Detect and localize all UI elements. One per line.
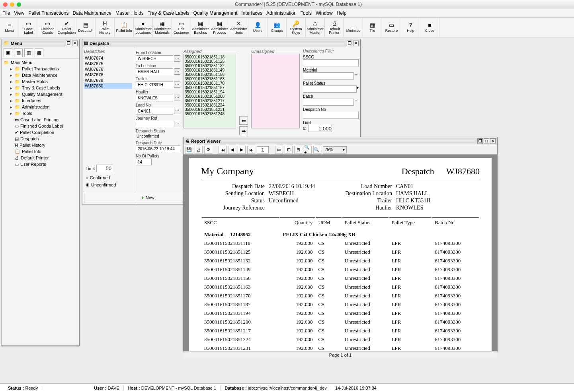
toolbar-administer-master[interactable]: ⚠Administer Master [306, 17, 325, 37]
menu-tools[interactable]: Tools [301, 10, 312, 16]
menu-window[interactable]: Window [316, 10, 333, 16]
menu-view[interactable]: View [14, 10, 24, 16]
date-value[interactable]: 2016-06-22 10:19:44 [136, 146, 180, 152]
expand-icon[interactable]: ▸ [9, 85, 13, 91]
assigned-item[interactable]: 350001615021851248 [185, 112, 235, 116]
actual-size-icon[interactable]: ▭ [275, 146, 283, 154]
reload-icon[interactable]: ⟳ [204, 146, 212, 154]
menu-tray-case-labels[interactable]: Tray & Case Labels [148, 10, 189, 16]
close-icon[interactable] [3, 2, 8, 7]
tree-btn-4[interactable]: ▦ [35, 49, 43, 57]
toolbar-administer-process[interactable]: ▦Administer Process [210, 17, 229, 37]
menu-quality-management[interactable]: Quality Management [193, 10, 238, 16]
from-location-value[interactable]: WISBECH [136, 55, 173, 62]
limit-input[interactable] [96, 165, 112, 172]
report-body[interactable]: My Company Despatch WJ87680 Despatch Dat… [184, 155, 497, 351]
toolbar-restore[interactable]: ▭Restore [382, 17, 401, 37]
expand-icon[interactable]: ▸ [9, 92, 13, 97]
tree-subitem[interactable]: ▭Finished Goods Label [4, 123, 78, 129]
fit-width-icon[interactable]: ⊟ [294, 146, 302, 154]
window-restore-icon[interactable]: ❐ [347, 41, 352, 46]
toolbar-tile[interactable]: ▦Tile [363, 17, 382, 37]
zoom-in-icon[interactable]: 🔍+ [304, 146, 312, 154]
tree-btn-1[interactable]: ▣ [4, 49, 12, 57]
lookup-icon[interactable]: ⋯ [174, 82, 180, 88]
menu-help[interactable]: Help [337, 10, 347, 16]
tree-item[interactable]: ▸📁Data Maintenance [4, 72, 78, 78]
assigned-item[interactable]: 350001615021851194 [185, 90, 235, 94]
loadno-value[interactable]: CAN01 [136, 108, 173, 114]
filter-despatchno-input[interactable] [303, 112, 359, 119]
toolbar-menu[interactable]: ≡Menu [0, 17, 19, 37]
journey-value[interactable] [136, 121, 173, 127]
tree-subitem[interactable]: 🖨Default Printer [4, 155, 78, 161]
zoom-out-icon[interactable]: 🔍- [313, 146, 321, 154]
window-close-icon[interactable]: × [490, 138, 496, 144]
toolbar-edit-customer[interactable]: ▭Edit Customer [172, 17, 191, 37]
lookup-icon[interactable]: ⋯ [174, 121, 180, 127]
last-page-icon[interactable]: ⏭ [247, 146, 255, 154]
assigned-item[interactable]: 350001615021851187 [185, 85, 235, 90]
unassigned-list[interactable] [251, 54, 300, 128]
lookup-icon[interactable]: ⋯ [174, 108, 180, 114]
toolbar-pallet-completion[interactable]: ✔Pallet Completion [57, 17, 76, 37]
window-close-icon[interactable]: × [353, 41, 359, 46]
expand-icon[interactable]: ▸ [9, 111, 13, 116]
to-location-value[interactable]: HAMS HALL [136, 68, 173, 75]
toolbar-despatch[interactable]: ▤Despatch [76, 17, 96, 37]
despatch-list-item[interactable]: WJ87676 [84, 66, 132, 72]
tree-btn-2[interactable]: ▤ [14, 49, 23, 57]
despatch-list-item[interactable]: WJ87675 [84, 61, 132, 66]
assigned-list[interactable]: 3500016150218511183500016150218511253500… [184, 54, 236, 128]
tree-item[interactable]: ▸📁Quality Management [4, 91, 78, 97]
filter-sscc-input[interactable] [303, 59, 359, 66]
next-page-icon[interactable]: ▶ [238, 146, 246, 154]
tree-item[interactable]: ▸📁Pallet Transactions [4, 66, 78, 72]
tree-subitem[interactable]: HPallet History [4, 142, 78, 148]
expand-icon[interactable]: ▸ [9, 79, 13, 84]
unconfirmed-radio[interactable]: ◉Unconfirmed [86, 182, 116, 187]
menu-pallet-transactions[interactable]: Pallet Transactions [28, 10, 68, 16]
lookup-icon[interactable]: ⋯ [355, 99, 359, 106]
tree-item[interactable]: ▸📁Master Holds [4, 78, 78, 85]
toolbar-case-label[interactable]: ▭Case Label [19, 17, 38, 37]
lookup-icon[interactable]: ⋯ [174, 68, 180, 75]
dropdown-icon[interactable]: ▾ [357, 85, 359, 93]
tree-subitem[interactable]: ✔Pallet Completion [4, 129, 78, 136]
fit-page-icon[interactable]: ⊡ [285, 146, 293, 154]
assigned-item[interactable]: 350001615021851163 [185, 77, 235, 81]
assigned-item[interactable]: 350001615021851132 [185, 64, 235, 68]
toolbar-system-keys[interactable]: 🔑System Keys [287, 17, 306, 37]
assigned-item[interactable]: 350001615021851231 [185, 107, 235, 112]
toolbar-pallet-info[interactable]: 📋Pallet Info [115, 17, 134, 37]
expand-icon[interactable]: ▸ [9, 73, 13, 78]
filter-limit-checkbox[interactable]: ☑ [303, 126, 307, 131]
tree-btn-3[interactable]: ▥ [24, 49, 33, 57]
despatch-list-item[interactable]: WJ87680 [84, 83, 132, 89]
menu-file[interactable]: File [2, 10, 10, 16]
tree-item[interactable]: ▸📁Interfaces [4, 97, 78, 104]
expand-icon[interactable]: ▸ [9, 98, 13, 103]
menu-master-holds[interactable]: Master Holds [115, 10, 144, 16]
trailer-value[interactable]: HH C KT331H [136, 82, 173, 88]
expand-icon[interactable]: ▸ [9, 105, 13, 110]
tree-subitem[interactable]: 📋Pallet Info [4, 148, 78, 155]
report-viewer-header[interactable]: 🖨Report Viewer ❐ □ × [184, 137, 497, 145]
move-left-button[interactable]: ⬅ [239, 116, 248, 125]
filter-limit-input[interactable] [308, 125, 332, 132]
maximize-icon[interactable] [17, 2, 21, 7]
despatch-list-item[interactable]: WJ87674 [84, 55, 132, 61]
confirmed-radio[interactable]: ○Confirmed [86, 175, 110, 180]
window-restore-icon[interactable]: ❐ [477, 138, 483, 144]
tree-subitem[interactable]: ▭User Reports [4, 161, 78, 167]
toolbar-administer-units[interactable]: ✕Administer Units [229, 17, 248, 37]
tree-subitem[interactable]: ▭Case Label Printing [4, 116, 78, 123]
lookup-icon[interactable]: ⋯ [174, 55, 180, 62]
toolbar-default-printer[interactable]: 🖨Default Printer [325, 17, 344, 37]
assigned-item[interactable]: 350001615021851156 [185, 72, 235, 77]
menu-window-header[interactable]: 📁Menu ❐ × [2, 39, 79, 47]
assigned-item[interactable]: 350001615021851200 [185, 94, 235, 99]
tree-subitem[interactable]: ▤Despatch [4, 136, 78, 142]
first-page-icon[interactable]: ⏮ [219, 146, 226, 154]
toolbar-groups[interactable]: 👥Groups [267, 17, 287, 37]
